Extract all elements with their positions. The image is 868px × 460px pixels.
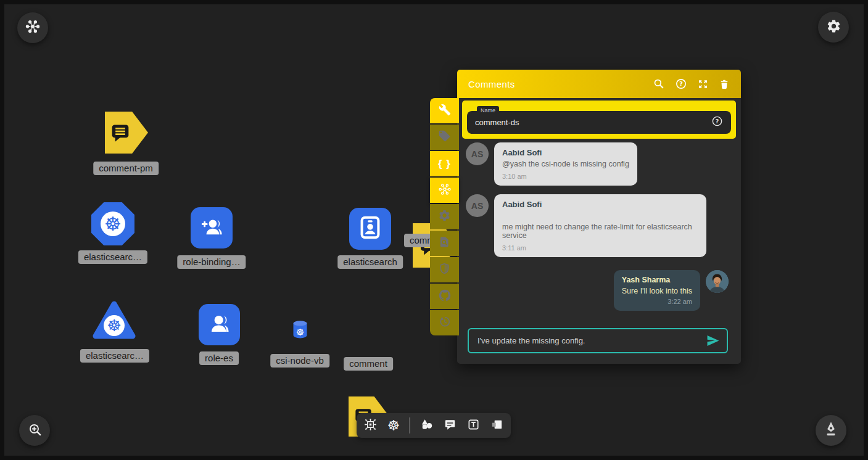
name-field-label: Name xyxy=(477,106,499,114)
gear-icon xyxy=(826,18,841,36)
name-help-icon[interactable]: ? xyxy=(711,115,723,129)
comment-tool-icon[interactable] xyxy=(443,417,457,434)
node-label-elasticsearch[interactable]: elasticsearch xyxy=(337,255,403,269)
shapes-tool-icon[interactable] xyxy=(420,417,434,434)
comment-composer[interactable] xyxy=(468,328,728,353)
pen-tool-button[interactable] xyxy=(816,415,846,446)
settings-button[interactable] xyxy=(818,12,849,43)
node-label-role-binding[interactable]: role-binding… xyxy=(177,255,246,269)
avatar-initials: AS xyxy=(466,142,489,165)
svg-text:☸: ☸ xyxy=(296,327,305,338)
expand-icon[interactable] xyxy=(697,78,709,90)
message-blank-line xyxy=(502,209,698,220)
node-elasticsearch-triangle[interactable]: ☸ xyxy=(92,300,136,340)
message-row: AS Aabid Sofi me might need to change th… xyxy=(466,194,732,257)
settings-tile-button[interactable] xyxy=(430,204,459,229)
wrench-icon xyxy=(439,104,451,118)
kubernetes-wheel-icon: ☸ xyxy=(104,315,125,336)
node-role-es[interactable] xyxy=(199,304,240,345)
zoom-in-icon xyxy=(27,422,43,440)
pen-nib-icon xyxy=(822,420,840,441)
message-author: Yash Sharma xyxy=(622,276,692,284)
node-label-elasticsearch-triangle[interactable]: elasticsearc… xyxy=(80,349,149,363)
node-label-comment-pm[interactable]: comment-pm xyxy=(93,162,159,175)
message-text: me might need to change the rate-limit f… xyxy=(502,223,698,240)
toolbar-divider xyxy=(409,417,410,433)
id-badge-icon xyxy=(356,213,384,244)
document-search-icon xyxy=(438,236,451,251)
gear-icon xyxy=(438,209,451,224)
doc-search-button[interactable] xyxy=(430,231,459,256)
delete-icon[interactable] xyxy=(719,78,730,90)
send-button[interactable] xyxy=(705,333,721,348)
braces-icon: { } xyxy=(438,158,451,170)
json-braces-button[interactable]: { } xyxy=(430,151,459,176)
storage-cylinder-icon: ☸ xyxy=(290,318,310,343)
search-icon[interactable] xyxy=(653,78,665,90)
name-field[interactable]: Name ? xyxy=(467,111,731,134)
node-elasticsearch-octagon[interactable]: ☸ xyxy=(91,202,134,245)
help-icon[interactable]: ? xyxy=(675,78,687,90)
shield-button[interactable] xyxy=(430,257,459,282)
history-button[interactable] xyxy=(430,310,459,335)
tag-button[interactable] xyxy=(430,125,459,150)
avatar-initials: AS xyxy=(466,194,489,217)
message-bubble[interactable]: Aabid Sofi me might need to change the r… xyxy=(494,194,706,257)
message-author: Aabid Sofi xyxy=(502,200,698,209)
tag-icon xyxy=(438,129,451,145)
node-label-comment[interactable]: comment xyxy=(344,357,393,371)
message-author: Aabid Sofi xyxy=(502,148,629,157)
svg-text:?: ? xyxy=(679,80,683,87)
name-input[interactable] xyxy=(475,118,711,127)
avatar-photo xyxy=(706,270,729,293)
zoom-button[interactable] xyxy=(19,415,50,446)
message-time: 3:10 am xyxy=(502,173,629,180)
message-text: Sure I'll look into this xyxy=(622,287,692,295)
message-bubble[interactable]: Aabid Sofi @yash the csi-node is missing… xyxy=(494,142,637,186)
github-icon xyxy=(438,289,452,305)
message-time: 3:22 am xyxy=(622,298,692,305)
kubernetes-tool-icon[interactable]: ☸ xyxy=(387,419,400,433)
history-icon xyxy=(438,315,451,331)
meshery-flower-icon xyxy=(25,18,41,37)
message-row: Yash Sharma Sure I'll look into this 3:2… xyxy=(614,270,729,311)
svg-text:?: ? xyxy=(716,118,719,125)
node-label-csi-node-vb[interactable]: csi-node-vb xyxy=(270,354,329,368)
text-tool-icon[interactable] xyxy=(466,417,481,434)
node-comment-pm[interactable] xyxy=(105,112,148,154)
node-elasticsearch-serviceaccount[interactable] xyxy=(349,208,391,250)
message-bubble[interactable]: Yash Sharma Sure I'll look into this 3:2… xyxy=(614,270,700,311)
comment-input[interactable] xyxy=(477,336,705,345)
comments-panel: Comments ? xyxy=(457,70,741,364)
components-tool-icon[interactable] xyxy=(363,417,378,434)
node-label-elasticsearch-octagon[interactable]: elasticsearc… xyxy=(78,250,147,264)
canvas-tools-toolbar: ☸ xyxy=(357,413,511,438)
github-button[interactable] xyxy=(430,284,459,309)
meshery-flower-icon xyxy=(437,182,452,199)
comments-panel-header[interactable]: Comments ? xyxy=(457,70,741,98)
message-time: 3:11 am xyxy=(502,244,698,252)
shield-icon xyxy=(438,262,451,277)
node-label-role-es[interactable]: role-es xyxy=(199,351,239,365)
message-text: @yash the csi-node is missing config xyxy=(502,160,629,168)
message-row: AS Aabid Sofi @yash the csi-node is miss… xyxy=(466,142,732,186)
role-binding-icon xyxy=(197,213,226,244)
panel-title: Comments xyxy=(468,79,653,89)
note-tool-icon[interactable] xyxy=(490,417,504,434)
meshery-menu-button[interactable] xyxy=(17,12,48,43)
configure-wrench-button[interactable] xyxy=(430,98,459,123)
node-action-toolbar: { } xyxy=(430,98,459,335)
role-icon xyxy=(205,310,234,340)
name-field-section: Name ? xyxy=(462,101,736,139)
meshery-actions-button[interactable] xyxy=(430,178,459,203)
send-icon xyxy=(705,333,721,348)
node-csi-node-vb[interactable]: ☸ xyxy=(290,318,310,343)
node-role-binding[interactable] xyxy=(191,207,233,248)
kubernetes-wheel-icon: ☸ xyxy=(101,212,125,236)
